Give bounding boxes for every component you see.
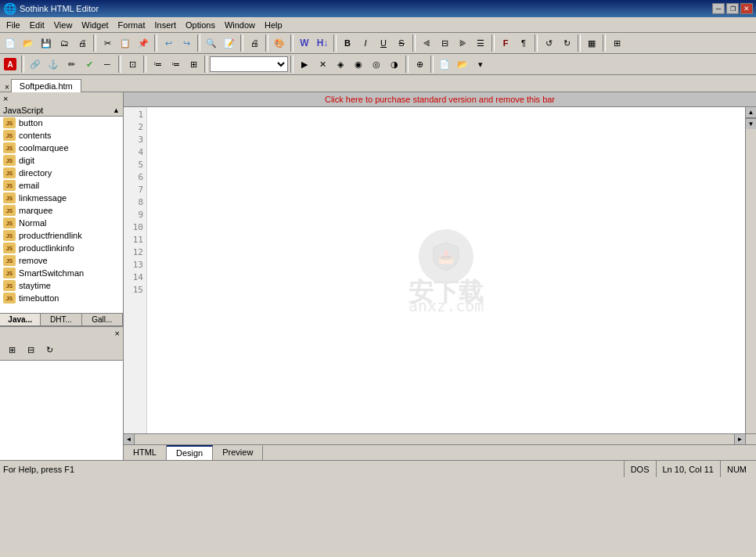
paste-button[interactable]: 📌: [135, 34, 152, 52]
anchor-button[interactable]: ⚓: [45, 56, 62, 73]
line-button[interactable]: ─: [99, 56, 116, 73]
menu-options[interactable]: Options: [181, 19, 220, 31]
restore-button[interactable]: ❐: [726, 3, 739, 14]
list-item[interactable]: JS productfriendlink: [0, 229, 123, 242]
list-item[interactable]: JS coolmarquee: [0, 142, 123, 154]
left-panel-close[interactable]: ×: [3, 94, 8, 103]
tab-design[interactable]: Design: [167, 445, 213, 460]
tb-more[interactable]: ▾: [472, 56, 489, 73]
copy-button[interactable]: 📋: [117, 34, 134, 52]
print2-button[interactable]: 🖨: [246, 34, 263, 52]
ol-button[interactable]: ≔: [167, 56, 184, 73]
special1-button[interactable]: ↺: [540, 34, 557, 52]
align-center-button[interactable]: ⊟: [436, 34, 453, 52]
special2-button[interactable]: ↻: [558, 34, 575, 52]
grid1-button[interactable]: ⊞: [3, 341, 20, 358]
list-item[interactable]: JS digit: [0, 154, 123, 167]
grid2-button[interactable]: ⊟: [22, 341, 39, 358]
bottom-panel-close[interactable]: ×: [115, 329, 120, 338]
sep18: [405, 56, 409, 73]
print-button[interactable]: 🖨: [74, 34, 91, 52]
close-button[interactable]: ✕: [740, 3, 753, 14]
list-item[interactable]: JS productlinkinfo: [0, 242, 123, 254]
new-button[interactable]: 📄: [2, 34, 19, 52]
list-item[interactable]: JS contents: [0, 129, 123, 142]
tab-preview[interactable]: Preview: [213, 445, 263, 460]
undo-button[interactable]: ↩: [160, 34, 177, 52]
tb-openfile2[interactable]: 📂: [454, 56, 471, 73]
save-button[interactable]: 💾: [38, 34, 55, 52]
menu-window[interactable]: Window: [220, 19, 260, 31]
cut-button[interactable]: ✂: [99, 34, 116, 52]
menu-widget[interactable]: Widget: [77, 19, 113, 31]
menu-edit[interactable]: Edit: [25, 19, 49, 31]
justify-button[interactable]: ☰: [472, 34, 489, 52]
menu-file[interactable]: File: [2, 19, 25, 31]
table2-button[interactable]: ⊞: [185, 56, 202, 73]
file-tab-softpedia[interactable]: Softpedia.htm: [11, 79, 81, 92]
js-icon: JS: [3, 230, 16, 241]
italic-button[interactable]: I: [357, 34, 374, 52]
open-button[interactable]: 📂: [20, 34, 37, 52]
minimize-button[interactable]: ─: [712, 3, 725, 14]
tb-special6[interactable]: ◎: [368, 56, 385, 73]
ul-button[interactable]: ≔: [149, 56, 166, 73]
list-item[interactable]: JS email: [0, 179, 123, 192]
js-icon: JS: [3, 293, 16, 304]
list-item[interactable]: JS SmartSwitchman: [0, 267, 123, 279]
find-button[interactable]: 🔍: [203, 34, 220, 52]
panel-tab-dht[interactable]: DHT...: [41, 314, 81, 325]
font-button[interactable]: F: [497, 34, 514, 52]
heading-button[interactable]: H↓: [314, 34, 331, 52]
tab-close-left[interactable]: ×: [3, 83, 11, 92]
list-item[interactable]: JS linkmessage: [0, 192, 123, 204]
left-panel-list[interactable]: JS button JS contents JS coolmarquee JS …: [0, 117, 123, 313]
code-area[interactable]: 📥 安下载 anxz.com: [147, 107, 745, 433]
style-select[interactable]: [210, 56, 288, 72]
table-btn[interactable]: ▦: [583, 34, 600, 52]
menu-help[interactable]: Help: [260, 19, 287, 31]
align-tb-button[interactable]: ⊡: [124, 56, 141, 73]
refresh-button[interactable]: ↻: [41, 341, 58, 358]
list-item[interactable]: JS timebutton: [0, 292, 123, 304]
color-button[interactable]: 🎨: [271, 34, 288, 52]
list-item[interactable]: JS directory: [0, 167, 123, 179]
list-item[interactable]: JS Normal: [0, 217, 123, 229]
align-right-button[interactable]: ⫸: [454, 34, 471, 52]
list-scroll-up[interactable]: ▲: [113, 106, 120, 114]
purchase-bar[interactable]: Click here to purchase standard version …: [124, 92, 756, 107]
list-item[interactable]: JS marquee: [0, 204, 123, 217]
editor-hscroll[interactable]: ◄ ►: [124, 433, 756, 444]
run-button[interactable]: ▶: [296, 56, 313, 73]
save-all-button[interactable]: 🗂: [56, 34, 73, 52]
list-item[interactable]: JS staytime: [0, 279, 123, 292]
list-item[interactable]: JS remove: [0, 254, 123, 267]
tb-newfile2[interactable]: 📄: [436, 56, 453, 73]
bold-button[interactable]: B: [339, 34, 356, 52]
bg-color-button[interactable]: A: [2, 56, 19, 73]
panel-tab-java[interactable]: Java...: [0, 314, 41, 325]
tab-html[interactable]: HTML: [124, 445, 167, 460]
edit-button[interactable]: ✏: [63, 56, 80, 73]
tb-special4[interactable]: ◈: [332, 56, 349, 73]
para-button[interactable]: ¶: [515, 34, 532, 52]
tb-special5[interactable]: ◉: [350, 56, 367, 73]
list-item[interactable]: JS button: [0, 117, 123, 129]
widget-button[interactable]: W: [296, 34, 313, 52]
strike-button[interactable]: S: [393, 34, 410, 52]
redo-button[interactable]: ↪: [178, 34, 195, 52]
menu-format[interactable]: Format: [113, 19, 150, 31]
menu-insert[interactable]: Insert: [149, 19, 181, 31]
menu-view[interactable]: View: [49, 19, 77, 31]
panel-tab-gall[interactable]: Gall...: [82, 314, 123, 325]
stop-button[interactable]: ✕: [314, 56, 331, 73]
tb-special7[interactable]: ◑: [386, 56, 403, 73]
tb-special8[interactable]: ⊕: [411, 56, 428, 73]
editor-vscroll[interactable]: ▲ ▼: [745, 107, 756, 433]
pen-button[interactable]: ✔: [81, 56, 98, 73]
spell-button[interactable]: 📝: [221, 34, 238, 52]
indent-button[interactable]: ⊞: [608, 34, 625, 52]
link-button[interactable]: 🔗: [27, 56, 44, 73]
align-left-button[interactable]: ⫷: [418, 34, 435, 52]
underline-button[interactable]: U: [375, 34, 392, 52]
